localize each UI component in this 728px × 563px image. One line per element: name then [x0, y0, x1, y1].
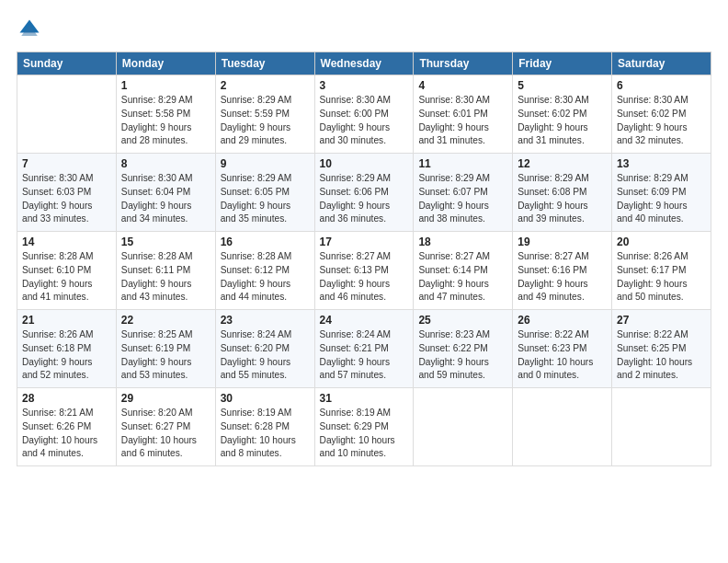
- weekday-header-cell: Sunday: [17, 52, 117, 75]
- calendar-cell: 20Sunrise: 8:26 AM Sunset: 6:17 PM Dayli…: [612, 232, 711, 310]
- day-info: Sunrise: 8:27 AM Sunset: 6:14 PM Dayligh…: [418, 250, 507, 304]
- day-info: Sunrise: 8:28 AM Sunset: 6:12 PM Dayligh…: [221, 250, 310, 304]
- day-number: 16: [221, 236, 310, 248]
- day-info: Sunrise: 8:19 AM Sunset: 6:29 PM Dayligh…: [320, 407, 409, 461]
- header: [17, 17, 711, 42]
- day-number: 29: [121, 392, 210, 405]
- day-info: Sunrise: 8:24 AM Sunset: 6:20 PM Dayligh…: [221, 328, 310, 383]
- day-number: 11: [418, 157, 507, 170]
- calendar-cell: 21Sunrise: 8:26 AM Sunset: 6:18 PM Dayli…: [17, 310, 117, 388]
- calendar-cell: [612, 388, 711, 466]
- day-info: Sunrise: 8:29 AM Sunset: 6:09 PM Dayligh…: [617, 172, 706, 226]
- weekday-header-cell: Monday: [116, 52, 215, 75]
- weekday-header-cell: Tuesday: [215, 52, 314, 75]
- day-info: Sunrise: 8:26 AM Sunset: 6:17 PM Dayligh…: [617, 250, 706, 304]
- logo: [17, 17, 46, 42]
- calendar-cell: 22Sunrise: 8:25 AM Sunset: 6:19 PM Dayli…: [116, 310, 215, 388]
- day-number: 18: [418, 236, 507, 248]
- calendar-cell: 19Sunrise: 8:27 AM Sunset: 6:16 PM Dayli…: [513, 232, 612, 310]
- calendar-cell: 24Sunrise: 8:24 AM Sunset: 6:21 PM Dayli…: [314, 310, 414, 388]
- calendar-cell: 2Sunrise: 8:29 AM Sunset: 5:59 PM Daylig…: [215, 75, 314, 154]
- day-number: 19: [518, 236, 607, 248]
- calendar-body: 1Sunrise: 8:29 AM Sunset: 5:58 PM Daylig…: [17, 75, 711, 466]
- calendar-cell: 16Sunrise: 8:28 AM Sunset: 6:12 PM Dayli…: [215, 232, 314, 310]
- calendar-cell: 12Sunrise: 8:29 AM Sunset: 6:08 PM Dayli…: [513, 154, 612, 232]
- day-number: 3: [320, 79, 409, 92]
- calendar-row: 14Sunrise: 8:28 AM Sunset: 6:10 PM Dayli…: [17, 232, 711, 310]
- calendar-cell: 17Sunrise: 8:27 AM Sunset: 6:13 PM Dayli…: [314, 232, 414, 310]
- calendar-cell: 3Sunrise: 8:30 AM Sunset: 6:00 PM Daylig…: [314, 75, 414, 154]
- weekday-header-cell: Friday: [513, 52, 612, 75]
- day-info: Sunrise: 8:30 AM Sunset: 6:01 PM Dayligh…: [418, 94, 507, 148]
- day-info: Sunrise: 8:30 AM Sunset: 6:03 PM Dayligh…: [22, 172, 111, 226]
- calendar-cell: 26Sunrise: 8:22 AM Sunset: 6:23 PM Dayli…: [513, 310, 612, 388]
- calendar-cell: 23Sunrise: 8:24 AM Sunset: 6:20 PM Dayli…: [215, 310, 314, 388]
- day-info: Sunrise: 8:29 AM Sunset: 5:59 PM Dayligh…: [221, 94, 310, 148]
- calendar-cell: 9Sunrise: 8:29 AM Sunset: 6:05 PM Daylig…: [215, 154, 314, 232]
- day-info: Sunrise: 8:23 AM Sunset: 6:22 PM Dayligh…: [418, 328, 507, 383]
- day-info: Sunrise: 8:24 AM Sunset: 6:21 PM Dayligh…: [320, 328, 409, 383]
- day-number: 1: [121, 79, 210, 92]
- day-info: Sunrise: 8:29 AM Sunset: 6:05 PM Dayligh…: [221, 172, 310, 226]
- logo-icon: [17, 17, 42, 42]
- page: SundayMondayTuesdayWednesdayThursdayFrid…: [0, 0, 728, 563]
- day-info: Sunrise: 8:29 AM Sunset: 6:06 PM Dayligh…: [320, 172, 409, 226]
- day-info: Sunrise: 8:25 AM Sunset: 6:19 PM Dayligh…: [121, 328, 210, 383]
- calendar-cell: [513, 388, 612, 466]
- day-number: 7: [22, 157, 111, 170]
- day-number: 4: [418, 79, 507, 92]
- day-number: 21: [22, 314, 111, 327]
- calendar-row: 21Sunrise: 8:26 AM Sunset: 6:18 PM Dayli…: [17, 310, 711, 388]
- day-info: Sunrise: 8:29 AM Sunset: 6:07 PM Dayligh…: [418, 172, 507, 226]
- calendar-cell: 13Sunrise: 8:29 AM Sunset: 6:09 PM Dayli…: [612, 154, 711, 232]
- calendar-cell: [414, 388, 513, 466]
- day-number: 5: [518, 79, 607, 92]
- weekday-header-cell: Thursday: [414, 52, 513, 75]
- day-number: 23: [221, 314, 310, 327]
- day-number: 13: [617, 157, 706, 170]
- day-number: 9: [221, 157, 310, 170]
- weekday-header: SundayMondayTuesdayWednesdayThursdayFrid…: [17, 52, 711, 75]
- day-info: Sunrise: 8:30 AM Sunset: 6:02 PM Dayligh…: [518, 94, 607, 148]
- day-number: 6: [617, 79, 706, 92]
- calendar-cell: 28Sunrise: 8:21 AM Sunset: 6:26 PM Dayli…: [17, 388, 117, 466]
- day-number: 30: [221, 392, 310, 405]
- calendar-cell: 6Sunrise: 8:30 AM Sunset: 6:02 PM Daylig…: [612, 75, 711, 154]
- calendar-row: 7Sunrise: 8:30 AM Sunset: 6:03 PM Daylig…: [17, 154, 711, 232]
- day-number: 24: [320, 314, 409, 327]
- calendar-cell: 27Sunrise: 8:22 AM Sunset: 6:25 PM Dayli…: [612, 310, 711, 388]
- calendar-cell: 29Sunrise: 8:20 AM Sunset: 6:27 PM Dayli…: [116, 388, 215, 466]
- day-number: 25: [418, 314, 507, 327]
- day-info: Sunrise: 8:28 AM Sunset: 6:11 PM Dayligh…: [121, 250, 210, 304]
- day-number: 17: [320, 236, 409, 248]
- day-info: Sunrise: 8:21 AM Sunset: 6:26 PM Dayligh…: [22, 407, 111, 461]
- weekday-header-cell: Wednesday: [314, 52, 414, 75]
- day-info: Sunrise: 8:22 AM Sunset: 6:23 PM Dayligh…: [518, 328, 607, 383]
- day-number: 26: [518, 314, 607, 327]
- day-info: Sunrise: 8:30 AM Sunset: 6:02 PM Dayligh…: [617, 94, 706, 148]
- day-number: 14: [22, 236, 111, 248]
- day-number: 15: [121, 236, 210, 248]
- calendar-table: SundayMondayTuesdayWednesdayThursdayFrid…: [17, 52, 711, 466]
- calendar-cell: 18Sunrise: 8:27 AM Sunset: 6:14 PM Dayli…: [414, 232, 513, 310]
- calendar-cell: 4Sunrise: 8:30 AM Sunset: 6:01 PM Daylig…: [414, 75, 513, 154]
- day-number: 12: [518, 157, 607, 170]
- day-info: Sunrise: 8:27 AM Sunset: 6:13 PM Dayligh…: [320, 250, 409, 304]
- day-number: 10: [320, 157, 409, 170]
- day-info: Sunrise: 8:28 AM Sunset: 6:10 PM Dayligh…: [22, 250, 111, 304]
- day-info: Sunrise: 8:29 AM Sunset: 5:58 PM Dayligh…: [121, 94, 210, 148]
- day-info: Sunrise: 8:26 AM Sunset: 6:18 PM Dayligh…: [22, 328, 111, 383]
- day-number: 22: [121, 314, 210, 327]
- weekday-header-cell: Saturday: [612, 52, 711, 75]
- calendar-cell: 15Sunrise: 8:28 AM Sunset: 6:11 PM Dayli…: [116, 232, 215, 310]
- day-info: Sunrise: 8:27 AM Sunset: 6:16 PM Dayligh…: [518, 250, 607, 304]
- calendar-cell: [17, 75, 117, 154]
- calendar-cell: 25Sunrise: 8:23 AM Sunset: 6:22 PM Dayli…: [414, 310, 513, 388]
- calendar-cell: 14Sunrise: 8:28 AM Sunset: 6:10 PM Dayli…: [17, 232, 117, 310]
- calendar-cell: 1Sunrise: 8:29 AM Sunset: 5:58 PM Daylig…: [116, 75, 215, 154]
- day-info: Sunrise: 8:30 AM Sunset: 6:00 PM Dayligh…: [320, 94, 409, 148]
- calendar-cell: 30Sunrise: 8:19 AM Sunset: 6:28 PM Dayli…: [215, 388, 314, 466]
- day-info: Sunrise: 8:30 AM Sunset: 6:04 PM Dayligh…: [121, 172, 210, 226]
- day-number: 27: [617, 314, 706, 327]
- day-info: Sunrise: 8:19 AM Sunset: 6:28 PM Dayligh…: [221, 407, 310, 461]
